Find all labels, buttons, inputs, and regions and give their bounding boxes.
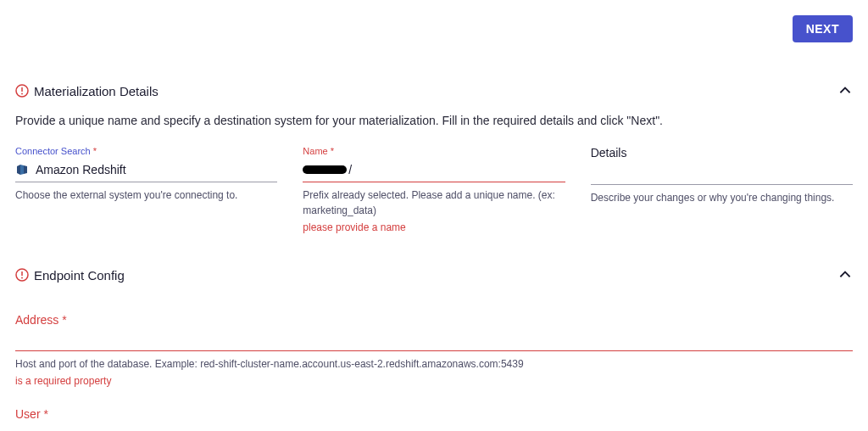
connector-search-input[interactable]: Amazon Redshift xyxy=(15,160,277,182)
connector-helper: Choose the external system you're connec… xyxy=(15,188,277,203)
name-prefix-redacted xyxy=(303,165,347,174)
details-helper: Describe your changes or why you're chan… xyxy=(591,190,853,205)
name-slash: / xyxy=(348,163,352,176)
address-field: Address * Host and port of the database.… xyxy=(15,313,853,387)
materialization-section-title: Materialization Details xyxy=(34,84,159,98)
name-field: Name * / Prefix already selected. Please… xyxy=(303,146,565,233)
name-label: Name * xyxy=(303,146,565,156)
svg-point-5 xyxy=(21,277,23,279)
alert-icon xyxy=(15,84,29,98)
user-input[interactable] xyxy=(15,426,853,431)
endpoint-section-header[interactable]: Endpoint Config xyxy=(15,267,853,283)
details-field: Details Describe your changes or why you… xyxy=(591,146,853,233)
address-input[interactable] xyxy=(15,332,853,351)
svg-point-2 xyxy=(21,93,23,95)
name-helper: Prefix already selected. Please add a un… xyxy=(303,188,565,218)
chevron-up-icon xyxy=(837,83,853,98)
address-helper: Host and port of the database. Example: … xyxy=(15,356,853,372)
address-label: Address * xyxy=(15,313,853,332)
connector-search-label: Connector Search * xyxy=(15,146,277,156)
address-error: is a required property xyxy=(15,375,853,387)
name-error: please provide a name xyxy=(303,221,565,233)
chevron-up-icon xyxy=(837,267,853,283)
name-input[interactable]: / xyxy=(303,160,565,182)
next-button[interactable]: NEXT xyxy=(793,15,853,42)
connector-search-field: Connector Search * Amazon Redshift Choos… xyxy=(15,146,277,233)
details-label: Details xyxy=(591,146,853,163)
details-input[interactable] xyxy=(591,163,853,185)
alert-icon xyxy=(15,268,29,282)
materialization-description: Provide a unique name and specify a dest… xyxy=(15,114,853,127)
connector-value: Amazon Redshift xyxy=(36,163,126,176)
materialization-section-header[interactable]: Materialization Details xyxy=(15,83,853,98)
endpoint-section-title: Endpoint Config xyxy=(34,268,125,283)
redshift-icon xyxy=(15,163,29,176)
user-label: User * xyxy=(15,407,853,426)
user-field: User * Database user to connect as. is a… xyxy=(15,407,853,431)
